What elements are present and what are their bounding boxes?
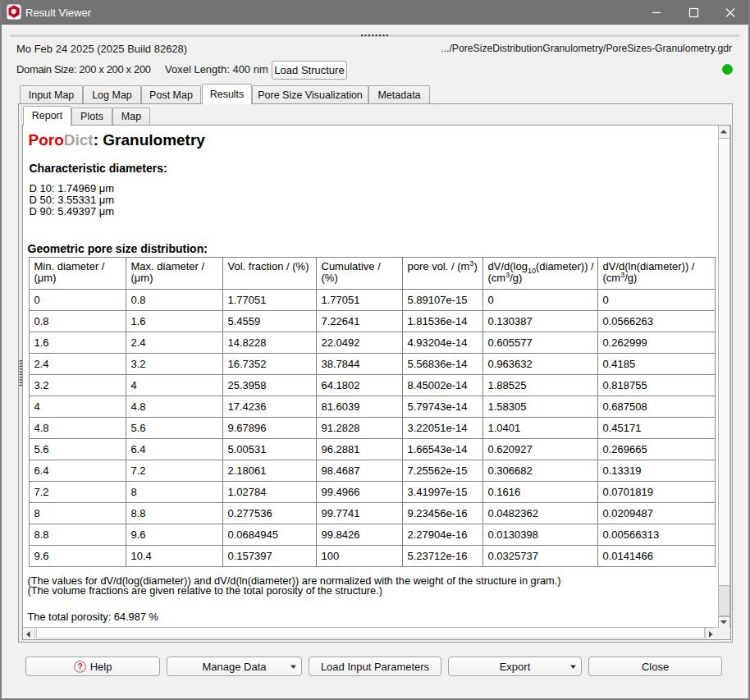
svg-text:?: ?: [77, 661, 83, 671]
